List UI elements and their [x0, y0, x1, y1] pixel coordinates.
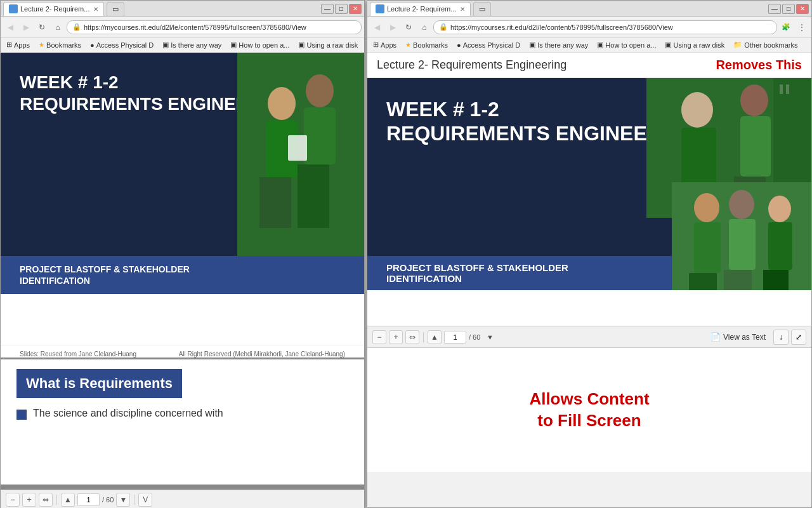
- download-btn-right[interactable]: ↓: [773, 330, 789, 345]
- maximize-button[interactable]: □: [335, 4, 348, 14]
- svg-rect-8: [298, 164, 313, 228]
- close-button[interactable]: ✕: [349, 4, 362, 14]
- people-svg-left: [237, 53, 364, 256]
- right-tab-close[interactable]: ✕: [460, 6, 465, 13]
- bookmark-howto-left[interactable]: ▣ How to open a...: [227, 40, 292, 50]
- page-up-btn-right[interactable]: ▲: [428, 330, 442, 344]
- bookmark-bookmarks-label: Bookmarks: [46, 41, 81, 49]
- fit-btn-right[interactable]: ⇔: [405, 330, 419, 344]
- page-down-btn-right[interactable]: ▼: [483, 330, 497, 344]
- rawdisk-icon: ▣: [298, 41, 304, 49]
- maximize-button-right[interactable]: □: [782, 4, 795, 14]
- bookmark-isthere-left[interactable]: ▣ Is there any way: [159, 40, 225, 50]
- svg-rect-35: [776, 270, 789, 290]
- zoom-out-btn-left[interactable]: −: [6, 493, 20, 507]
- home-button-right[interactable]: ⌂: [417, 20, 431, 34]
- forward-button-left[interactable]: ▶: [19, 20, 33, 34]
- svg-rect-10: [288, 135, 307, 161]
- left-active-tab[interactable]: Lecture 2- Requirem... ✕: [3, 2, 104, 16]
- extensions-btn[interactable]: 🧩: [779, 20, 793, 34]
- bookmark-apps-right[interactable]: ⊞ Apps: [370, 40, 400, 50]
- page-input-left[interactable]: [77, 493, 100, 506]
- page-input-right[interactable]: [444, 331, 466, 344]
- left-bookmarks-bar: ⊞ Apps ★ Bookmarks ● Access Physical D ▣…: [1, 37, 364, 53]
- slide1-subtitle-left: PROJECT BLASTOFF & STAKEHOLDER IDENTIFIC…: [20, 264, 345, 286]
- bookmark-access-left[interactable]: ● Access Physical D: [87, 41, 157, 50]
- page-down-btn-left[interactable]: ▼: [116, 493, 130, 507]
- svg-rect-34: [763, 270, 776, 290]
- svg-point-6: [306, 74, 334, 107]
- star-icon-right: ★: [405, 41, 411, 48]
- right-address-bar-row: ◀ ▶ ↻ ⌂ 🔒 https://mycourses.rit.edu/d2l/…: [367, 17, 811, 37]
- svg-rect-26: [689, 273, 703, 290]
- back-button-right[interactable]: ◀: [370, 20, 384, 34]
- refresh-button-left[interactable]: ↻: [35, 20, 49, 34]
- right-window-controls: — □ ✕: [768, 4, 809, 14]
- bookmark-access-label: Access Physical D: [96, 41, 154, 49]
- svg-point-32: [768, 196, 791, 222]
- bookmark-bookmarks-left[interactable]: ★ Bookmarks: [36, 41, 84, 50]
- fit-btn-left[interactable]: ⇔: [39, 493, 53, 507]
- right-new-tab-icon: ▭: [479, 5, 485, 13]
- right-slide-bottom: [367, 290, 811, 326]
- svg-rect-25: [694, 222, 721, 273]
- right-address-bar[interactable]: 🔒 https://mycourses.rit.edu/d2l/le/conte…: [433, 20, 777, 34]
- slide2-content-left: The science and discipline concerned wit…: [16, 408, 348, 420]
- bookmark-rawdisk-right[interactable]: ▣ Using a raw disk: [662, 40, 728, 50]
- left-content-area: WEEK # 1-2 REQUIREMENTS ENGINEERING: [1, 53, 364, 508]
- home-button-left[interactable]: ⌂: [51, 20, 65, 34]
- right-bottom-toolbar: − + ⇔ ▲ / 60 ▼ 📄 View as Text ↓ ⤢: [367, 326, 811, 348]
- left-window-controls: — □ ✕: [321, 4, 362, 14]
- zoom-in-btn-left[interactable]: +: [22, 493, 36, 507]
- tab-favicon-left: [9, 4, 18, 13]
- svg-point-12: [681, 92, 713, 128]
- fullscreen-btn-right[interactable]: ⤢: [791, 330, 806, 345]
- bookmark-howto-right[interactable]: ▣ How to open a...: [594, 40, 659, 50]
- isthere-icon: ▣: [162, 41, 169, 49]
- zoom-out-btn-right[interactable]: −: [372, 330, 386, 344]
- back-button-left[interactable]: ◀: [3, 20, 17, 34]
- ssl-lock-icon-right: 🔒: [439, 23, 448, 31]
- bookmark-apps-left[interactable]: ⊞ Apps: [3, 40, 33, 50]
- bookmark-rawdisk-left[interactable]: ▣ Using a raw disk: [295, 40, 361, 50]
- svg-point-24: [694, 193, 719, 222]
- svg-rect-27: [703, 273, 717, 290]
- page-up-btn-left[interactable]: ▲: [61, 493, 75, 507]
- folder-icon-right: 📁: [733, 41, 742, 49]
- left-new-tab[interactable]: ▭: [107, 2, 124, 16]
- minimize-button[interactable]: —: [321, 4, 334, 14]
- refresh-button-right[interactable]: ↻: [402, 20, 416, 34]
- forward-button-right[interactable]: ▶: [386, 20, 400, 34]
- menu-btn-right[interactable]: ⋮: [795, 20, 809, 34]
- right-active-tab[interactable]: Lecture 2- Requirem... ✕: [370, 2, 471, 16]
- right-new-tab[interactable]: ▭: [473, 2, 491, 16]
- bookmark-access-label-right: Access Physical D: [463, 41, 520, 49]
- bookmark-other-right[interactable]: 📁 Other bookmarks: [730, 40, 801, 50]
- slide1-frame-left: WEEK # 1-2 REQUIREMENTS ENGINEERING: [1, 53, 364, 358]
- howto-icon: ▣: [230, 41, 237, 49]
- slide2-title-left: What is Requirements: [16, 369, 182, 398]
- svg-rect-17: [740, 116, 771, 177]
- right-title-bar: Lecture 2- Requirem... ✕ ▭ — □ ✕: [367, 1, 811, 17]
- slide2-frame-left: What is Requirements The science and dis…: [1, 358, 364, 485]
- view-as-text-btn[interactable]: 📄 View as Text: [710, 332, 766, 342]
- svg-rect-21: [780, 84, 783, 94]
- bookmark-access-right[interactable]: ● Access Physical D: [454, 41, 523, 50]
- bookmark-isthere-right[interactable]: ▣ Is there any way: [526, 40, 591, 50]
- bookmark-bookmarks-label-right: Bookmarks: [413, 41, 448, 49]
- bookmark-bookmarks-right[interactable]: ★ Bookmarks: [402, 41, 451, 50]
- sep1-right: [423, 332, 424, 342]
- removes-this-text: Removes This: [716, 58, 802, 72]
- right-slide-main: WEEK # 1-2 REQUIREMENTS ENGINEERING: [367, 78, 811, 326]
- access-icon: ●: [90, 41, 95, 49]
- svg-rect-13: [681, 128, 716, 191]
- page-total-left: / 60: [102, 496, 114, 504]
- left-address-bar[interactable]: 🔒 https://mycourses.rit.edu/d2l/le/conte…: [67, 20, 362, 34]
- left-tab-title: Lecture 2- Requirem...: [20, 5, 89, 13]
- close-button-right[interactable]: ✕: [796, 4, 809, 14]
- view-text-btn-left[interactable]: V: [138, 493, 152, 507]
- svg-rect-31: [738, 270, 752, 290]
- zoom-in-btn-right[interactable]: +: [389, 330, 403, 344]
- left-tab-close[interactable]: ✕: [93, 6, 98, 13]
- minimize-button-right[interactable]: —: [768, 4, 781, 14]
